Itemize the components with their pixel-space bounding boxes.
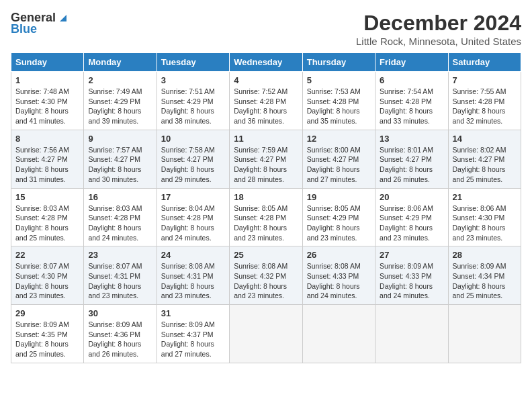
table-row: 2 Sunrise: 7:49 AMSunset: 4:29 PMDayligh… xyxy=(84,72,157,130)
day-info: Sunrise: 7:58 AMSunset: 4:27 PMDaylight:… xyxy=(161,146,215,183)
table-row: 16 Sunrise: 8:03 AMSunset: 4:28 PMDaylig… xyxy=(84,188,157,246)
table-row: 6 Sunrise: 7:54 AMSunset: 4:28 PMDayligh… xyxy=(375,72,448,130)
table-row: 9 Sunrise: 7:57 AMSunset: 4:27 PMDayligh… xyxy=(84,130,157,188)
header-tuesday: Tuesday xyxy=(157,53,229,72)
day-number: 9 xyxy=(88,134,152,144)
day-info: Sunrise: 7:53 AMSunset: 4:28 PMDaylight:… xyxy=(307,87,361,125)
table-row: 3 Sunrise: 7:51 AMSunset: 4:29 PMDayligh… xyxy=(157,72,229,130)
day-info: Sunrise: 7:57 AMSunset: 4:27 PMDaylight:… xyxy=(88,146,142,183)
table-row: 26 Sunrise: 8:08 AMSunset: 4:33 PMDaylig… xyxy=(302,246,375,305)
day-info: Sunrise: 8:06 AMSunset: 4:30 PMDaylight:… xyxy=(453,204,506,242)
calendar-row: 15 Sunrise: 8:03 AMSunset: 4:28 PMDaylig… xyxy=(11,188,521,246)
day-info: Sunrise: 8:02 AMSunset: 4:27 PMDaylight:… xyxy=(453,146,506,183)
header-sunday: Sunday xyxy=(11,53,84,72)
table-row xyxy=(375,305,448,363)
table-row: 22 Sunrise: 8:07 AMSunset: 4:30 PMDaylig… xyxy=(11,246,84,305)
day-info: Sunrise: 8:03 AMSunset: 4:28 PMDaylight:… xyxy=(15,204,69,242)
calendar-row: 22 Sunrise: 8:07 AMSunset: 4:30 PMDaylig… xyxy=(11,246,521,305)
day-number: 15 xyxy=(15,192,79,202)
table-row: 29 Sunrise: 8:09 AMSunset: 4:35 PMDaylig… xyxy=(11,305,84,363)
day-number: 6 xyxy=(380,75,443,85)
table-row: 5 Sunrise: 7:53 AMSunset: 4:28 PMDayligh… xyxy=(302,72,375,130)
table-row xyxy=(230,305,302,363)
table-row: 24 Sunrise: 8:08 AMSunset: 4:31 PMDaylig… xyxy=(157,246,229,305)
table-row: 1 Sunrise: 7:48 AMSunset: 4:30 PMDayligh… xyxy=(11,72,84,130)
day-number: 11 xyxy=(234,134,298,144)
day-number: 30 xyxy=(88,308,152,318)
calendar-row: 8 Sunrise: 7:56 AMSunset: 4:27 PMDayligh… xyxy=(11,130,521,188)
day-number: 12 xyxy=(307,134,371,144)
day-info: Sunrise: 8:00 AMSunset: 4:27 PMDaylight:… xyxy=(307,146,361,183)
table-row: 17 Sunrise: 8:04 AMSunset: 4:28 PMDaylig… xyxy=(157,188,229,246)
logo: General Blue xyxy=(11,11,69,36)
day-number: 4 xyxy=(234,75,298,85)
table-row: 18 Sunrise: 8:05 AMSunset: 4:28 PMDaylig… xyxy=(230,188,302,246)
header-row: Sunday Monday Tuesday Wednesday Thursday… xyxy=(11,53,521,72)
table-row: 28 Sunrise: 8:09 AMSunset: 4:34 PMDaylig… xyxy=(448,246,521,305)
header-thursday: Thursday xyxy=(302,53,375,72)
day-info: Sunrise: 7:56 AMSunset: 4:27 PMDaylight:… xyxy=(15,146,69,183)
month-title: December 2024 xyxy=(356,11,521,36)
calendar-row: 29 Sunrise: 8:09 AMSunset: 4:35 PMDaylig… xyxy=(11,305,521,363)
day-info: Sunrise: 7:52 AMSunset: 4:28 PMDaylight:… xyxy=(234,87,287,125)
page-header: General Blue December 2024 Little Rock, … xyxy=(11,11,521,47)
table-row xyxy=(302,305,375,363)
day-number: 23 xyxy=(88,250,152,260)
day-info: Sunrise: 8:01 AMSunset: 4:27 PMDaylight:… xyxy=(380,146,433,183)
table-row: 14 Sunrise: 8:02 AMSunset: 4:27 PMDaylig… xyxy=(448,130,521,188)
table-row: 10 Sunrise: 7:58 AMSunset: 4:27 PMDaylig… xyxy=(157,130,229,188)
day-info: Sunrise: 8:08 AMSunset: 4:33 PMDaylight:… xyxy=(307,262,361,300)
logo-blue-text: Blue xyxy=(11,22,37,36)
table-row: 13 Sunrise: 8:01 AMSunset: 4:27 PMDaylig… xyxy=(375,130,448,188)
title-area: December 2024 Little Rock, Minnesota, Un… xyxy=(356,11,521,47)
calendar-row: 1 Sunrise: 7:48 AMSunset: 4:30 PMDayligh… xyxy=(11,72,521,130)
day-info: Sunrise: 8:09 AMSunset: 4:37 PMDaylight:… xyxy=(161,320,215,358)
table-row: 7 Sunrise: 7:55 AMSunset: 4:28 PMDayligh… xyxy=(448,72,521,130)
calendar-table: Sunday Monday Tuesday Wednesday Thursday… xyxy=(11,52,521,363)
day-info: Sunrise: 8:04 AMSunset: 4:28 PMDaylight:… xyxy=(161,204,215,242)
logo-triangle-icon xyxy=(57,12,69,24)
day-number: 8 xyxy=(15,134,79,144)
day-info: Sunrise: 8:06 AMSunset: 4:29 PMDaylight:… xyxy=(380,204,433,242)
day-number: 17 xyxy=(161,192,225,202)
day-number: 22 xyxy=(15,250,79,260)
day-number: 3 xyxy=(161,75,225,85)
day-number: 14 xyxy=(453,134,517,144)
day-info: Sunrise: 8:07 AMSunset: 4:30 PMDaylight:… xyxy=(15,262,69,300)
day-info: Sunrise: 8:08 AMSunset: 4:32 PMDaylight:… xyxy=(234,262,287,300)
table-row: 15 Sunrise: 8:03 AMSunset: 4:28 PMDaylig… xyxy=(11,188,84,246)
day-info: Sunrise: 8:09 AMSunset: 4:34 PMDaylight:… xyxy=(453,262,506,300)
location-title: Little Rock, Minnesota, United States xyxy=(356,36,521,47)
table-row: 25 Sunrise: 8:08 AMSunset: 4:32 PMDaylig… xyxy=(230,246,302,305)
day-info: Sunrise: 8:05 AMSunset: 4:29 PMDaylight:… xyxy=(307,204,361,242)
day-number: 25 xyxy=(234,250,298,260)
table-row: 20 Sunrise: 8:06 AMSunset: 4:29 PMDaylig… xyxy=(375,188,448,246)
day-info: Sunrise: 7:48 AMSunset: 4:30 PMDaylight:… xyxy=(15,87,69,125)
day-number: 16 xyxy=(88,192,152,202)
day-info: Sunrise: 8:09 AMSunset: 4:35 PMDaylight:… xyxy=(15,320,69,358)
table-row: 30 Sunrise: 8:09 AMSunset: 4:36 PMDaylig… xyxy=(84,305,157,363)
day-info: Sunrise: 7:59 AMSunset: 4:27 PMDaylight:… xyxy=(234,146,287,183)
day-number: 13 xyxy=(380,134,443,144)
day-number: 2 xyxy=(88,75,152,85)
day-info: Sunrise: 7:51 AMSunset: 4:29 PMDaylight:… xyxy=(161,87,215,125)
day-number: 7 xyxy=(453,75,517,85)
day-info: Sunrise: 8:08 AMSunset: 4:31 PMDaylight:… xyxy=(161,262,215,300)
day-info: Sunrise: 7:54 AMSunset: 4:28 PMDaylight:… xyxy=(380,87,433,125)
day-number: 5 xyxy=(307,75,371,85)
day-number: 20 xyxy=(380,192,443,202)
table-row: 19 Sunrise: 8:05 AMSunset: 4:29 PMDaylig… xyxy=(302,188,375,246)
day-number: 19 xyxy=(307,192,371,202)
table-row: 8 Sunrise: 7:56 AMSunset: 4:27 PMDayligh… xyxy=(11,130,84,188)
table-row: 23 Sunrise: 8:07 AMSunset: 4:31 PMDaylig… xyxy=(84,246,157,305)
day-number: 18 xyxy=(234,192,298,202)
table-row xyxy=(448,305,521,363)
day-number: 28 xyxy=(453,250,517,260)
day-info: Sunrise: 8:09 AMSunset: 4:36 PMDaylight:… xyxy=(88,320,142,358)
header-saturday: Saturday xyxy=(448,53,521,72)
header-monday: Monday xyxy=(84,53,157,72)
table-row: 27 Sunrise: 8:09 AMSunset: 4:33 PMDaylig… xyxy=(375,246,448,305)
table-row: 12 Sunrise: 8:00 AMSunset: 4:27 PMDaylig… xyxy=(302,130,375,188)
day-number: 21 xyxy=(453,192,517,202)
day-info: Sunrise: 8:03 AMSunset: 4:28 PMDaylight:… xyxy=(88,204,142,242)
